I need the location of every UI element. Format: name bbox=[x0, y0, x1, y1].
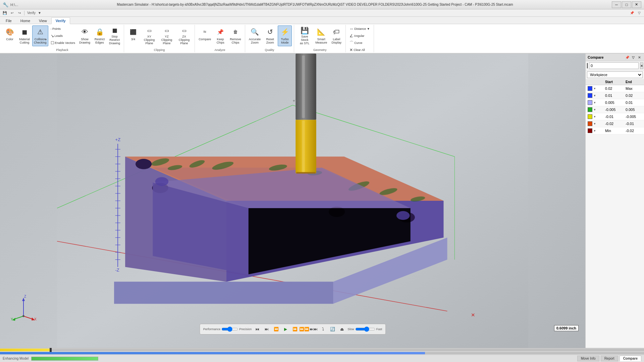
right-panel: Compare 📌 ▽ ✕ 0 ✕ ✓ 🔲 ▶ Workpiece bbox=[585, 54, 644, 348]
svg-rect-52 bbox=[296, 120, 316, 173]
tab-view[interactable]: View bbox=[35, 17, 51, 24]
row-end-value: 0.01 bbox=[624, 99, 644, 106]
panel-close-btn[interactable]: ✕ bbox=[637, 55, 642, 60]
row-end-value: Max bbox=[624, 85, 644, 92]
input-clear-btn[interactable]: ✕ bbox=[640, 62, 643, 69]
move-info-tab[interactable]: Move Info bbox=[577, 356, 599, 361]
compare-tab[interactable]: Compare bbox=[620, 356, 641, 361]
smart-measure-btn[interactable]: 📐 SmartMeasure bbox=[314, 25, 329, 46]
material-btn[interactable]: ◼ MaterialCutting bbox=[17, 25, 32, 46]
viewport[interactable]: +Z -Z bbox=[0, 54, 585, 348]
row-dropdown-arrow[interactable]: ▼ bbox=[593, 87, 596, 90]
playback-group-label: Playback bbox=[3, 48, 122, 52]
forward-btn[interactable]: ⏩ bbox=[291, 325, 299, 333]
slow-label: Slow bbox=[347, 327, 354, 331]
compare-table-row: ▼0.02Max bbox=[586, 85, 644, 92]
accurate-zoom-icon: 🔍 bbox=[249, 26, 260, 37]
zx-clipping-btn[interactable]: ▭ ZX ClippingPlane bbox=[176, 25, 193, 46]
compare-table-row: ▼0.0050.01 bbox=[586, 99, 644, 106]
speed-group: Slow Fast bbox=[347, 326, 382, 332]
display-sub-group: · Points ↘ Leads ☐ Enable Vectors bbox=[49, 25, 77, 46]
secondary-progress-bar bbox=[0, 352, 644, 355]
maximize-button[interactable]: □ bbox=[622, 1, 631, 8]
row-start-value: -0.02 bbox=[603, 120, 624, 127]
row-dropdown-arrow[interactable]: ▼ bbox=[593, 122, 596, 125]
enable-vectors-btn[interactable]: ☐ Enable Vectors bbox=[49, 40, 77, 46]
minimize-button[interactable]: ─ bbox=[612, 1, 621, 8]
compare-icon: ≈ bbox=[200, 26, 210, 37]
eject-btn[interactable]: ⏏ bbox=[338, 325, 345, 333]
row-dropdown-arrow[interactable]: ▼ bbox=[593, 115, 596, 118]
color-btn[interactable]: 🎨 Color bbox=[3, 25, 17, 46]
close-button[interactable]: ✕ bbox=[632, 1, 641, 8]
speed-slider[interactable] bbox=[355, 326, 375, 332]
row-dropdown-arrow[interactable]: ▼ bbox=[593, 94, 596, 97]
collision-checking-btn[interactable]: ⚠ CollisionChecking ▼ bbox=[32, 25, 48, 46]
clear-all-btn[interactable]: ✕ Clear All bbox=[348, 47, 371, 53]
performance-slider[interactable] bbox=[221, 326, 238, 332]
clipping-34-btn[interactable]: ⬛ 3/4 bbox=[126, 25, 140, 46]
stop-restrict-btn[interactable]: ⏹ StopRestrictDrawing bbox=[107, 25, 122, 46]
panel-expand-btn[interactable]: ▽ bbox=[631, 55, 636, 60]
svg-text:-Z: -Z bbox=[115, 267, 119, 273]
back-step-btn[interactable]: ⤵ bbox=[319, 325, 327, 333]
panel-pin-btn[interactable]: 📌 bbox=[629, 10, 635, 16]
leads-btn[interactable]: ↘ Leads bbox=[49, 33, 77, 39]
row-color-cell: ▼ bbox=[586, 106, 603, 113]
ribbon-group-clipping: ⬛ 3/4 ▭ XY ClippingPlane ▭ YZ ClippingPl… bbox=[125, 25, 195, 52]
row-start-value: -0.005 bbox=[603, 106, 624, 113]
go-end-btn[interactable]: ⏭⏭ bbox=[310, 325, 317, 333]
prev-step-btn[interactable]: ⏭ bbox=[263, 325, 270, 333]
save-stl-btn[interactable]: 💾 Save Stockas STL bbox=[296, 25, 313, 46]
fast-forward-btn[interactable]: ⏩⏩ bbox=[301, 325, 308, 333]
analyze-buttons: ≈ Compare 📌 KeepChips 🗑 RemoveChips bbox=[197, 25, 243, 48]
quick-access-dropdown[interactable]: ▼ bbox=[36, 10, 43, 16]
compare-input[interactable]: 0 bbox=[589, 62, 639, 69]
quality-group-label: Quality bbox=[247, 48, 292, 52]
ribbon-group-quality: 🔍 AccurateZoom ↺ ResetZoom ⚡ TurboMode Q… bbox=[246, 25, 294, 52]
row-start-value: -0.01 bbox=[603, 113, 624, 120]
turbo-mode-btn[interactable]: ⚡ TurboMode bbox=[278, 25, 292, 46]
ribbon-group-analyze: ≈ Compare 📌 KeepChips 🗑 RemoveChips Anal… bbox=[196, 25, 245, 52]
play-btn[interactable]: ▶ bbox=[282, 325, 289, 333]
row-dropdown-arrow[interactable]: ▼ bbox=[593, 101, 596, 104]
points-btn[interactable]: · Points bbox=[49, 25, 77, 32]
scale-label: 0.6099 inch bbox=[556, 326, 576, 330]
undo-quick-btn[interactable]: ↩ bbox=[9, 10, 15, 16]
xy-clipping-btn[interactable]: ▭ XY ClippingPlane bbox=[141, 25, 158, 46]
restrict-edges-btn[interactable]: 🔒 RestrictEdges bbox=[93, 25, 107, 46]
redo-quick-btn[interactable]: ↪ bbox=[16, 10, 23, 16]
distance-btn[interactable]: ↔ Distance ▼ bbox=[348, 25, 371, 32]
keep-chips-btn[interactable]: 📌 KeepChips bbox=[213, 25, 227, 46]
tab-verify[interactable]: Verify bbox=[51, 17, 70, 24]
angular-btn[interactable]: ∠ Angular bbox=[348, 33, 371, 39]
model-viewport-svg: +Z -Z bbox=[0, 54, 585, 348]
distance-icon: ↔ bbox=[350, 26, 354, 31]
workpiece-dropdown[interactable]: Workpiece bbox=[587, 71, 643, 78]
clipping-34-icon: ⬛ bbox=[128, 26, 139, 37]
keep-chips-icon: 📌 bbox=[215, 26, 226, 37]
panel-pin-btn[interactable]: 📌 bbox=[625, 55, 630, 60]
loop-btn[interactable]: 🔄 bbox=[329, 325, 336, 333]
report-tab[interactable]: Report bbox=[601, 356, 618, 361]
analyze-group-label: Analyze bbox=[197, 48, 243, 52]
reset-zoom-btn[interactable]: ↺ ResetZoom bbox=[263, 25, 277, 46]
row-dropdown-arrow[interactable]: ▼ bbox=[593, 108, 596, 111]
remove-chips-btn[interactable]: 🗑 RemoveChips bbox=[228, 25, 243, 46]
compare-btn[interactable]: ≈ Compare bbox=[197, 25, 213, 46]
tab-home[interactable]: Home bbox=[16, 17, 35, 24]
restrict-icon: 🔒 bbox=[94, 26, 105, 37]
save-quick-btn[interactable]: 💾 bbox=[1, 10, 8, 16]
show-drawing-btn[interactable]: 👁 ShowDrawing bbox=[77, 25, 92, 46]
accurate-zoom-btn[interactable]: 🔍 AccurateZoom bbox=[247, 25, 263, 46]
panel-expand-btn[interactable]: ▽ bbox=[636, 10, 643, 16]
rewind-btn[interactable]: ⏪ bbox=[272, 325, 280, 333]
tab-file[interactable]: File bbox=[1, 17, 16, 24]
panel-header-buttons: 📌 ▽ ✕ bbox=[625, 55, 642, 60]
collision-dropdown-arrow: ▼ bbox=[45, 38, 47, 41]
go-start-btn[interactable]: ⏮ bbox=[254, 325, 261, 333]
row-dropdown-arrow[interactable]: ▼ bbox=[593, 129, 596, 132]
yz-clipping-btn[interactable]: ▭ YZ ClippingPlane bbox=[158, 25, 175, 46]
curve-btn[interactable]: ⌒ Curve bbox=[348, 40, 371, 46]
label-display-btn[interactable]: 🏷 LabelDisplay bbox=[329, 25, 343, 46]
